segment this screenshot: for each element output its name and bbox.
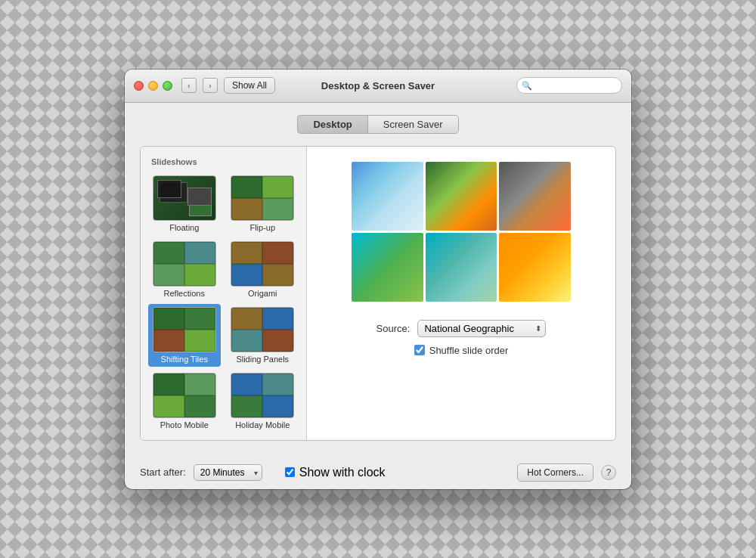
sidebar-item-flipup[interactable]: Flip-up (227, 172, 299, 235)
start-select-wrapper: 1 Minute 2 Minutes 5 Minutes 10 Minutes … (194, 464, 262, 481)
thumb-holidaymobile (231, 373, 294, 418)
label-reflections: Reflections (164, 289, 205, 298)
sidebar-item-holidaymobile[interactable]: Holiday Mobile (227, 370, 299, 432)
main-panel: Slideshows Floating (140, 146, 616, 441)
preview-panel: Source: National Geographic Landscape Na… (307, 147, 615, 440)
sidebar-item-photomobile[interactable]: Photo Mobile (148, 370, 221, 432)
start-after-select[interactable]: 1 Minute 2 Minutes 5 Minutes 10 Minutes … (194, 464, 262, 481)
show-clock-checkbox[interactable] (285, 467, 295, 477)
thumb-photomobile (153, 373, 216, 418)
label-flipup: Flip-up (249, 223, 275, 232)
sidebar: Slideshows Floating (141, 147, 307, 440)
slideshow-grid: Floating Flip-up (141, 172, 306, 432)
start-after-label: Start after: (140, 467, 186, 478)
show-with-clock-wrap: Show with clock (285, 466, 386, 479)
preview-cell-2 (426, 162, 497, 231)
source-row: Source: National Geographic Landscape Na… (322, 320, 600, 337)
label-shifting: Shifting Tiles (161, 355, 208, 364)
thumb-shifting (153, 307, 216, 352)
label-floating: Floating (169, 223, 199, 232)
tab-desktop[interactable]: Desktop (297, 115, 367, 134)
preview-photo-grid (352, 162, 571, 302)
show-clock-label: Show with clock (299, 466, 386, 479)
nav-controls: ‹ › Show All (181, 77, 275, 94)
close-button[interactable] (134, 81, 144, 91)
preview-cell-3 (499, 162, 571, 231)
preview-cell-6 (499, 233, 571, 302)
sidebar-item-origami[interactable]: Origami (227, 238, 299, 301)
search-icon: 🔍 (522, 81, 532, 91)
label-photomobile: Photo Mobile (160, 420, 209, 429)
thumb-floating (153, 175, 216, 221)
minimize-button[interactable] (148, 81, 158, 91)
thumb-origami (231, 241, 294, 287)
preview-cell-1 (352, 162, 423, 231)
tab-screensaver[interactable]: Screen Saver (367, 115, 459, 134)
back-button[interactable]: ‹ (181, 78, 197, 93)
maximize-button[interactable] (163, 81, 172, 91)
shuffle-row: Shuffle slide order (414, 345, 509, 356)
tab-bar: Desktop Screen Saver (140, 115, 616, 134)
titlebar: ‹ › Show All Desktop & Screen Saver 🔍 (125, 70, 631, 103)
thumb-sliding (231, 307, 294, 352)
preview-cell-4 (352, 233, 423, 302)
sidebar-item-reflections[interactable]: Reflections (148, 238, 221, 301)
traffic-lights (134, 81, 172, 91)
source-select-wrapper: National Geographic Landscape Nature Pla… (417, 320, 546, 337)
app-window: ‹ › Show All Desktop & Screen Saver 🔍 De… (125, 70, 631, 489)
sidebar-item-floating[interactable]: Floating (148, 172, 221, 235)
thumb-flipup (231, 175, 294, 221)
bottom-bar: Start after: 1 Minute 2 Minutes 5 Minute… (125, 456, 631, 489)
search-input[interactable] (516, 77, 622, 94)
forward-button[interactable]: › (203, 78, 218, 93)
sidebar-section-title: Slideshows (141, 154, 306, 172)
search-bar: 🔍 (516, 77, 622, 94)
window-title: Desktop & Screen Saver (321, 80, 435, 91)
shuffle-label: Shuffle slide order (429, 345, 509, 356)
sidebar-item-shifting[interactable]: Shifting Tiles (148, 304, 221, 367)
sidebar-item-sliding[interactable]: Sliding Panels (227, 304, 299, 367)
source-label: Source: (376, 323, 411, 334)
source-select[interactable]: National Geographic Landscape Nature Pla… (417, 320, 546, 337)
show-all-button[interactable]: Show All (224, 77, 275, 94)
preview-cell-5 (426, 233, 497, 302)
hot-corners-button[interactable]: Hot Corners... (517, 463, 593, 482)
thumb-reflections (153, 241, 216, 287)
label-origami: Origami (248, 289, 277, 298)
label-holidaymobile: Holiday Mobile (235, 420, 290, 429)
help-button[interactable]: ? (601, 465, 616, 480)
label-sliding: Sliding Panels (236, 355, 289, 364)
shuffle-checkbox[interactable] (414, 345, 425, 355)
content-area: Desktop Screen Saver Slideshows Floating (125, 103, 631, 456)
